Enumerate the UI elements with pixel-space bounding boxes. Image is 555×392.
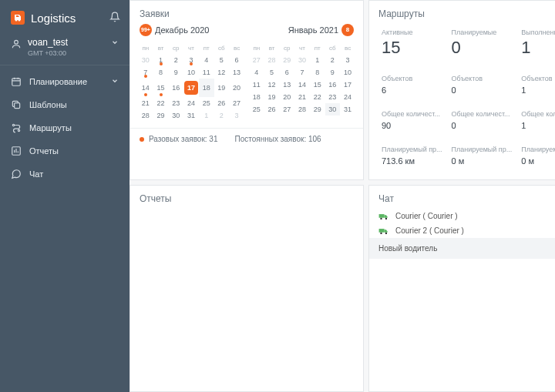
col-planned: Планируемые <box>452 25 513 36</box>
calendar-day[interactable]: 21 <box>138 97 153 109</box>
calendar-day[interactable]: 25 <box>199 97 214 109</box>
calendar-day[interactable]: 2 <box>168 54 183 66</box>
calendar-day[interactable]: 1 <box>153 54 169 66</box>
nav-planning[interactable]: Планирование <box>0 70 130 93</box>
chat-row[interactable]: Courier 2 ( Courier ) <box>369 223 555 238</box>
calendar-day[interactable]: 14 <box>138 79 153 97</box>
calendar-day[interactable]: 13 <box>279 79 294 91</box>
calendar-day[interactable]: 26 <box>264 103 280 116</box>
calendar-day[interactable]: 24 <box>340 91 355 103</box>
col-active: Активные <box>382 25 442 36</box>
calendar-day[interactable]: 1 <box>199 109 214 122</box>
calendar-day[interactable]: 9 <box>168 66 183 79</box>
calendar-day[interactable]: 28 <box>264 54 280 66</box>
chat-row-label: Courier ( Courier ) <box>395 212 458 220</box>
calendar-day[interactable]: 31 <box>183 109 199 122</box>
calendar-day[interactable]: 23 <box>325 91 341 103</box>
calendar-day[interactable]: 21 <box>294 91 310 103</box>
calendar-day[interactable]: 15 <box>153 79 169 97</box>
calendar-day[interactable]: 27 <box>229 97 244 109</box>
calendar-day[interactable]: 15 <box>310 79 325 91</box>
chart-icon <box>11 146 22 156</box>
calendar-day[interactable]: 3 <box>229 109 244 122</box>
calendar-day[interactable]: 6 <box>279 66 294 79</box>
calendar-day[interactable]: 13 <box>229 66 244 79</box>
active-total: 90 <box>382 118 442 136</box>
calendar-day[interactable]: 30 <box>138 54 153 66</box>
calendar-day[interactable]: 5 <box>214 54 230 66</box>
calendar-day[interactable]: 12 <box>264 79 280 91</box>
calendar-day[interactable]: 22 <box>153 97 169 109</box>
calendar-day[interactable]: 11 <box>249 79 264 91</box>
calendar-day[interactable]: 19 <box>264 91 280 103</box>
calendar-day[interactable]: 29 <box>310 103 325 116</box>
user-selector[interactable]: voan_test GMT +03:00 <box>0 32 130 65</box>
calendar-day[interactable]: 10 <box>340 66 355 79</box>
calendar-day[interactable]: 29 <box>279 54 294 66</box>
calendar-day[interactable]: 28 <box>138 109 153 122</box>
logo-icon <box>11 11 25 25</box>
done-objects: 1 <box>521 82 555 101</box>
calendar-day[interactable]: 27 <box>279 103 294 116</box>
route-icon <box>11 122 22 133</box>
calendar-day[interactable]: 1 <box>310 54 325 66</box>
chat-row[interactable]: Courier ( Courier ) <box>369 209 555 223</box>
nav-templates[interactable]: Шаблоны <box>0 93 130 116</box>
calendar-day[interactable]: 6 <box>229 54 244 66</box>
calendar-day[interactable]: 30 <box>325 103 341 116</box>
nav-chat[interactable]: Чат <box>0 162 130 186</box>
calendar-day[interactable]: 8 <box>153 66 169 79</box>
calendar-day[interactable]: 11 <box>199 66 214 79</box>
nav-routes[interactable]: Маршруты <box>0 116 130 139</box>
calendar-day[interactable]: 22 <box>310 91 325 103</box>
label-total: Общее количест... <box>521 107 555 118</box>
calendar-day[interactable]: 26 <box>214 97 230 109</box>
user-timezone: GMT +03:00 <box>28 49 68 57</box>
calendar-day[interactable]: 3 <box>183 54 199 66</box>
calendar-day[interactable]: 16 <box>168 79 183 97</box>
calendar-day[interactable]: 30 <box>294 54 310 66</box>
done-routes: 1 <box>521 36 555 65</box>
chat-row-new-driver[interactable]: Новый водитель <box>369 238 555 259</box>
nav-reports[interactable]: Отчеты <box>0 139 130 162</box>
calendar-day[interactable]: 20 <box>229 79 244 97</box>
nav-planning-label: Планирование <box>29 77 87 86</box>
svg-rect-1 <box>12 79 21 85</box>
calendar-day[interactable]: 12 <box>214 66 230 79</box>
calendar-day[interactable]: 25 <box>249 103 264 116</box>
calendar-day[interactable]: 17 <box>340 79 355 91</box>
calendar-day[interactable]: 7 <box>138 66 153 79</box>
bell-icon[interactable] <box>109 12 120 24</box>
calendar-day[interactable]: 10 <box>183 66 199 79</box>
calendar-day[interactable]: 3 <box>340 54 355 66</box>
calendar-day[interactable]: 4 <box>249 66 264 79</box>
calendar-day[interactable]: 28 <box>294 103 310 116</box>
calendar-day[interactable]: 19 <box>214 79 230 97</box>
calendar-day[interactable]: 23 <box>168 97 183 109</box>
calendar-day[interactable]: 4 <box>199 54 214 66</box>
chat-row-label: Новый водитель <box>378 244 437 253</box>
calendar-day[interactable]: 8 <box>310 66 325 79</box>
calendar-day[interactable]: 14 <box>294 79 310 91</box>
calendar-january[interactable]: пнвтсрчтптсбвс 2728293012345678910111213… <box>249 42 355 122</box>
calendar-day[interactable]: 16 <box>325 79 341 91</box>
svg-point-10 <box>380 232 382 233</box>
calendar-day[interactable]: 30 <box>168 109 183 122</box>
calendar-day[interactable]: 31 <box>340 103 355 116</box>
calendar-day[interactable]: 27 <box>249 54 264 66</box>
planned-routes: 0 <box>452 36 513 65</box>
calendar-day[interactable]: 18 <box>199 79 214 97</box>
label-objects: Объектов <box>382 72 442 82</box>
calendar-day[interactable]: 2 <box>325 54 341 66</box>
calendar-day[interactable]: 17 <box>183 79 199 97</box>
calendar-day[interactable]: 7 <box>294 66 310 79</box>
chat-row-label: Courier 2 ( Courier ) <box>395 226 464 235</box>
calendar-day[interactable]: 20 <box>279 91 294 103</box>
calendar-december[interactable]: пнвтсрчтптсбвс 3012345678910111213141516… <box>138 42 244 122</box>
calendar-day[interactable]: 5 <box>264 66 280 79</box>
calendar-day[interactable]: 29 <box>153 109 169 122</box>
calendar-day[interactable]: 9 <box>325 66 341 79</box>
calendar-day[interactable]: 2 <box>214 109 230 122</box>
calendar-day[interactable]: 24 <box>183 97 199 109</box>
calendar-day[interactable]: 18 <box>249 91 264 103</box>
